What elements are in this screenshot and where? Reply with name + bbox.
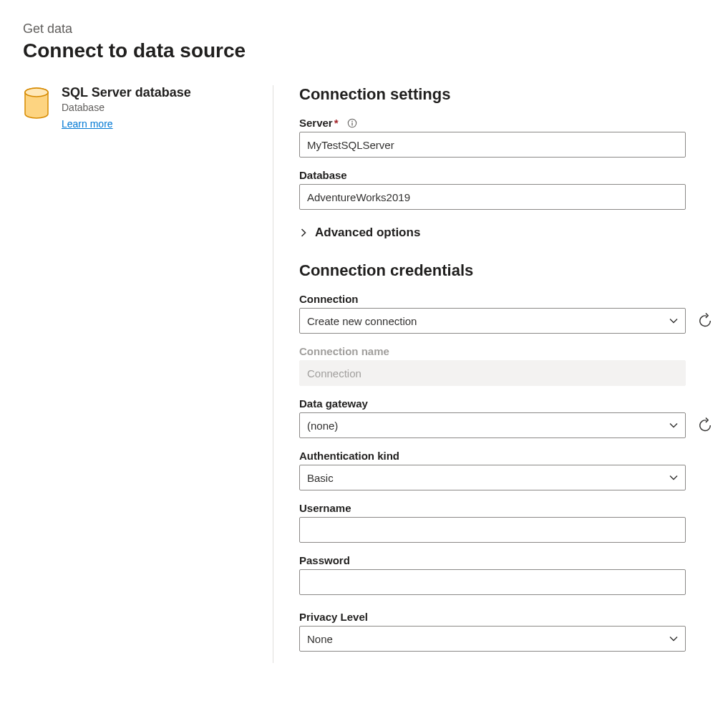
advanced-options-toggle[interactable]: Advanced options: [299, 226, 719, 240]
required-indicator: *: [334, 117, 339, 129]
database-label: Database: [299, 169, 719, 181]
auth-kind-label: Authentication kind: [299, 450, 719, 462]
info-icon[interactable]: [347, 118, 357, 128]
refresh-icon[interactable]: [697, 313, 713, 329]
privacy-label: Privacy Level: [299, 611, 719, 623]
server-label: Server*: [299, 117, 719, 129]
svg-point-3: [351, 120, 353, 122]
connection-name-input: [299, 360, 686, 386]
datasource-title: SQL Server database: [62, 85, 191, 100]
password-input[interactable]: [299, 569, 686, 595]
username-input[interactable]: [299, 517, 686, 543]
database-input[interactable]: [299, 184, 686, 210]
page-title: Connect to data source: [23, 39, 728, 62]
server-input[interactable]: [299, 132, 686, 158]
username-label: Username: [299, 502, 719, 514]
datasource-panel: SQL Server database Database Learn more: [23, 85, 273, 663]
refresh-icon[interactable]: [697, 417, 713, 433]
connection-name-label: Connection name: [299, 345, 719, 357]
database-icon: [23, 87, 50, 120]
connection-select[interactable]: Create new connection: [299, 308, 686, 334]
gateway-label: Data gateway: [299, 397, 719, 410]
privacy-select[interactable]: None: [299, 626, 686, 652]
auth-kind-select[interactable]: Basic: [299, 465, 686, 490]
gateway-select[interactable]: (none): [299, 412, 686, 438]
connection-settings-heading: Connection settings: [299, 85, 719, 104]
connection-credentials-heading: Connection credentials: [299, 261, 719, 280]
chevron-right-icon: [299, 228, 308, 237]
learn-more-link[interactable]: Learn more: [62, 118, 113, 130]
datasource-subtitle: Database: [62, 102, 191, 113]
breadcrumb: Get data: [23, 21, 728, 37]
svg-point-1: [25, 88, 48, 97]
password-label: Password: [299, 554, 719, 566]
svg-rect-4: [351, 122, 352, 125]
connection-label: Connection: [299, 293, 719, 305]
